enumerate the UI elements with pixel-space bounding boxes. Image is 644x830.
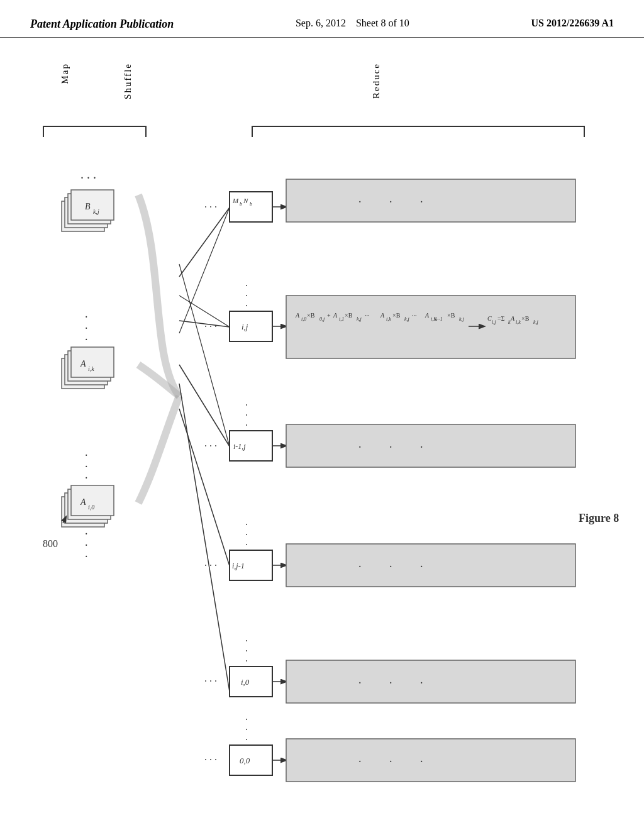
svg-rect-80 <box>286 296 575 358</box>
svg-text:A: A <box>80 359 86 368</box>
svg-text:···: ··· <box>412 312 417 319</box>
svg-rect-43 <box>230 311 272 341</box>
svg-text:·: · <box>245 656 248 667</box>
svg-text:b: b <box>250 201 252 207</box>
svg-text:A: A <box>425 312 430 319</box>
svg-text:A: A <box>510 315 515 322</box>
svg-rect-3 <box>71 190 114 220</box>
svg-text:=Σ: =Σ <box>497 315 505 322</box>
svg-text:·   ·   ·: · · · <box>358 441 436 453</box>
svg-text:·: · <box>245 301 248 311</box>
svg-text:···: ··· <box>80 171 99 185</box>
page-header: Patent Application Publication Sep. 6, 2… <box>0 0 644 38</box>
publication-title: Patent Application Publication <box>30 18 174 31</box>
sheet-info: Sheet 8 of 10 <box>356 18 409 28</box>
svg-text:·   ·   ·: · · · <box>358 196 436 208</box>
svg-text:k,j: k,j <box>533 319 539 325</box>
svg-text:·: · <box>85 449 88 462</box>
svg-text:k,j: k,j <box>404 316 410 322</box>
svg-text:k,j: k,j <box>93 208 99 215</box>
diagram-area: Map Shuffle Reduce B k,j ··· A i,k · · ·… <box>0 44 644 817</box>
svg-text:i,k: i,k <box>386 316 391 322</box>
svg-text:i,j: i,j <box>242 322 248 331</box>
svg-text:×B: ×B <box>345 312 353 319</box>
svg-text:·: · <box>245 646 248 656</box>
svg-text:A: A <box>295 312 300 319</box>
svg-text:·: · <box>245 410 248 421</box>
svg-text:A: A <box>333 312 338 319</box>
svg-text:·: · <box>245 714 248 725</box>
svg-text:i,0: i,0 <box>88 504 94 511</box>
svg-text:·: · <box>85 550 88 563</box>
svg-text:·: · <box>245 636 248 646</box>
svg-text:0,j: 0,j <box>319 316 325 322</box>
svg-text:···: ··· <box>204 321 219 332</box>
svg-text:+: + <box>327 312 331 319</box>
svg-text:×B: ×B <box>447 312 455 319</box>
svg-rect-59 <box>230 745 272 775</box>
svg-text:·: · <box>85 322 88 335</box>
svg-text:k,j: k,j <box>459 316 465 322</box>
svg-text:·: · <box>245 290 248 301</box>
svg-text:0,0: 0,0 <box>240 756 250 765</box>
svg-text:k,j: k,j <box>357 316 362 322</box>
svg-text:b: b <box>240 201 242 207</box>
pub-date: Sep. 6, 2012 <box>296 18 346 28</box>
svg-text:·: · <box>245 529 248 540</box>
patent-number: US 2012/226639 A1 <box>531 18 614 29</box>
svg-text:-1: -1 <box>438 316 443 322</box>
svg-text:·: · <box>245 540 248 550</box>
svg-text:×B: ×B <box>307 312 315 319</box>
diagram-svg: B k,j ··· A i,k · · · A i,0 · · · · · · <box>0 44 644 817</box>
header-center: Sep. 6, 2012 Sheet 8 of 10 <box>296 18 409 29</box>
svg-line-34 <box>179 208 230 333</box>
svg-text:·   ·   ·: · · · <box>358 677 436 689</box>
svg-text:b: b <box>435 317 438 322</box>
svg-text:×B: ×B <box>392 312 401 319</box>
svg-text:i,k: i,k <box>516 319 521 325</box>
svg-text:800: 800 <box>43 538 58 549</box>
svg-line-35 <box>179 264 230 446</box>
svg-text:A: A <box>380 312 385 319</box>
svg-text:·   ·   ·: · · · <box>358 755 436 768</box>
svg-text:·: · <box>85 539 88 551</box>
svg-text:·: · <box>245 724 248 735</box>
svg-text:···: ··· <box>365 312 370 319</box>
svg-text:i-1,j: i-1,j <box>233 442 246 451</box>
svg-text:···: ··· <box>204 560 219 571</box>
svg-text:·: · <box>85 528 88 540</box>
svg-text:N: N <box>243 197 248 204</box>
svg-text:i,0: i,0 <box>301 316 306 322</box>
svg-text:·: · <box>245 734 248 745</box>
svg-text:·: · <box>245 519 248 530</box>
svg-text:···: ··· <box>204 676 219 687</box>
svg-text:i,0: i,0 <box>241 677 250 687</box>
svg-line-32 <box>179 384 230 692</box>
svg-text:·: · <box>245 420 248 431</box>
svg-text:i,k: i,k <box>88 365 94 372</box>
svg-rect-55 <box>230 667 272 697</box>
svg-text:·: · <box>85 472 88 484</box>
svg-text:·: · <box>85 333 88 346</box>
svg-rect-19 <box>71 485 114 516</box>
svg-text:·: · <box>85 311 88 323</box>
svg-text:×B: ×B <box>521 315 530 322</box>
svg-text:A: A <box>80 497 86 507</box>
svg-text:·: · <box>85 460 88 473</box>
svg-text:···: ··· <box>204 441 219 451</box>
svg-text:i,j-1: i,j-1 <box>232 562 245 570</box>
svg-rect-10 <box>71 347 114 377</box>
svg-text:·   ·   ·: · · · <box>358 560 436 573</box>
svg-text:C: C <box>487 315 492 322</box>
svg-text:·: · <box>245 400 248 411</box>
svg-line-30 <box>179 365 230 446</box>
svg-text:···: ··· <box>204 755 219 765</box>
svg-line-28 <box>179 208 230 277</box>
svg-text:i,1: i,1 <box>339 316 344 322</box>
svg-text:M: M <box>232 197 239 204</box>
svg-text:B: B <box>85 202 91 211</box>
svg-text:i,j: i,j <box>492 319 496 325</box>
svg-text:···: ··· <box>204 202 219 213</box>
svg-text:·: · <box>245 280 248 291</box>
svg-text:Figure 8: Figure 8 <box>579 512 619 524</box>
